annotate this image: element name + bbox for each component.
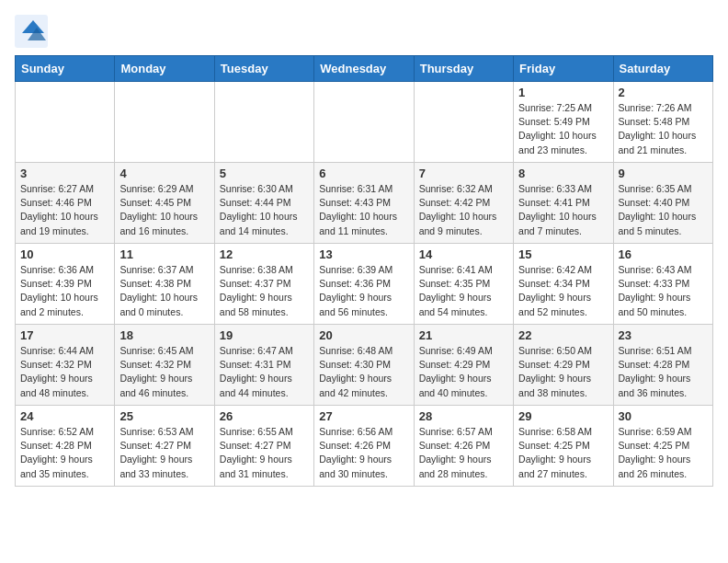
day-number: 6 [319,167,408,180]
day-number: 3 [20,167,109,180]
day-number: 26 [220,409,309,423]
day-info: Sunrise: 6:39 AM Sunset: 4:36 PM Dayligh… [319,263,408,319]
day-number: 15 [518,247,608,261]
calendar-cell: 5Sunrise: 6:30 AM Sunset: 4:44 PM Daylig… [214,163,313,244]
day-info: Sunrise: 6:50 AM Sunset: 4:29 PM Dayligh… [518,344,608,400]
calendar-cell: 15Sunrise: 6:42 AM Sunset: 4:34 PM Dayli… [514,244,613,325]
calendar-cell [115,82,214,163]
day-number: 28 [419,409,508,423]
calendar-cell: 10Sunrise: 6:36 AM Sunset: 4:39 PM Dayli… [16,244,115,325]
calendar-cell: 26Sunrise: 6:55 AM Sunset: 4:27 PM Dayli… [214,406,313,487]
day-number: 7 [419,167,508,180]
day-info: Sunrise: 6:27 AM Sunset: 4:46 PM Dayligh… [20,182,109,238]
calendar-cell: 11Sunrise: 6:37 AM Sunset: 4:38 PM Dayli… [115,244,214,325]
day-info: Sunrise: 6:55 AM Sunset: 4:27 PM Dayligh… [220,425,309,481]
calendar-week-row: 10Sunrise: 6:36 AM Sunset: 4:39 PM Dayli… [16,244,713,325]
day-number: 4 [119,167,209,180]
day-number: 30 [619,409,708,423]
calendar-cell: 3Sunrise: 6:27 AM Sunset: 4:46 PM Daylig… [16,163,115,244]
day-info: Sunrise: 6:41 AM Sunset: 4:35 PM Dayligh… [419,263,508,319]
calendar-week-row: 24Sunrise: 6:52 AM Sunset: 4:28 PM Dayli… [16,406,713,487]
col-header-wednesday: Wednesday [314,56,414,82]
calendar-week-row: 3Sunrise: 6:27 AM Sunset: 4:46 PM Daylig… [16,163,713,244]
day-number: 11 [119,247,209,261]
calendar-cell: 20Sunrise: 6:48 AM Sunset: 4:30 PM Dayli… [314,325,414,406]
calendar-cell: 23Sunrise: 6:51 AM Sunset: 4:28 PM Dayli… [613,325,712,406]
calendar-cell: 28Sunrise: 6:57 AM Sunset: 4:26 PM Dayli… [414,406,513,487]
day-info: Sunrise: 6:30 AM Sunset: 4:44 PM Dayligh… [220,182,309,238]
day-number: 13 [319,247,408,261]
day-number: 20 [319,328,408,342]
calendar-cell: 2Sunrise: 7:26 AM Sunset: 5:48 PM Daylig… [613,82,712,163]
day-number: 29 [518,409,608,423]
calendar-cell [214,82,313,163]
day-info: Sunrise: 6:53 AM Sunset: 4:27 PM Dayligh… [119,425,209,481]
day-info: Sunrise: 6:48 AM Sunset: 4:30 PM Dayligh… [319,344,408,400]
day-info: Sunrise: 6:31 AM Sunset: 4:43 PM Dayligh… [319,182,408,238]
day-info: Sunrise: 6:32 AM Sunset: 4:42 PM Dayligh… [419,182,508,238]
calendar-cell: 1Sunrise: 7:25 AM Sunset: 5:49 PM Daylig… [514,82,613,163]
day-info: Sunrise: 6:38 AM Sunset: 4:37 PM Dayligh… [220,263,309,319]
day-info: Sunrise: 6:45 AM Sunset: 4:32 PM Dayligh… [119,344,209,400]
calendar-header-row: SundayMondayTuesdayWednesdayThursdayFrid… [16,56,713,82]
col-header-tuesday: Tuesday [214,56,313,82]
day-number: 19 [220,328,309,342]
calendar-cell [16,82,115,163]
calendar-cell: 19Sunrise: 6:47 AM Sunset: 4:31 PM Dayli… [214,325,313,406]
col-header-sunday: Sunday [16,56,115,82]
page-header [15,15,713,48]
day-info: Sunrise: 6:51 AM Sunset: 4:28 PM Dayligh… [619,344,708,400]
calendar-cell: 13Sunrise: 6:39 AM Sunset: 4:36 PM Dayli… [314,244,414,325]
day-number: 9 [619,167,708,180]
day-number: 18 [119,328,209,342]
day-info: Sunrise: 6:42 AM Sunset: 4:34 PM Dayligh… [518,263,608,319]
calendar-cell: 30Sunrise: 6:59 AM Sunset: 4:25 PM Dayli… [613,406,712,487]
calendar-week-row: 1Sunrise: 7:25 AM Sunset: 5:49 PM Daylig… [16,82,713,163]
calendar-cell: 16Sunrise: 6:43 AM Sunset: 4:33 PM Dayli… [613,244,712,325]
day-info: Sunrise: 6:58 AM Sunset: 4:25 PM Dayligh… [518,425,608,481]
day-number: 12 [220,247,309,261]
day-info: Sunrise: 6:47 AM Sunset: 4:31 PM Dayligh… [220,344,309,400]
day-number: 10 [20,247,109,261]
day-number: 17 [20,328,109,342]
col-header-friday: Friday [514,56,613,82]
day-number: 24 [20,409,109,423]
calendar-cell: 14Sunrise: 6:41 AM Sunset: 4:35 PM Dayli… [414,244,513,325]
calendar-cell: 4Sunrise: 6:29 AM Sunset: 4:45 PM Daylig… [115,163,214,244]
day-number: 16 [619,247,708,261]
calendar-week-row: 17Sunrise: 6:44 AM Sunset: 4:32 PM Dayli… [16,325,713,406]
col-header-saturday: Saturday [613,56,712,82]
calendar-cell: 9Sunrise: 6:35 AM Sunset: 4:40 PM Daylig… [613,163,712,244]
day-number: 14 [419,247,508,261]
calendar-cell: 8Sunrise: 6:33 AM Sunset: 4:41 PM Daylig… [514,163,613,244]
day-info: Sunrise: 7:26 AM Sunset: 5:48 PM Dayligh… [619,101,708,157]
calendar-cell [314,82,414,163]
day-number: 23 [619,328,708,342]
calendar-cell [414,82,513,163]
calendar-cell: 29Sunrise: 6:58 AM Sunset: 4:25 PM Dayli… [514,406,613,487]
day-number: 8 [518,167,608,180]
day-number: 1 [518,86,608,99]
calendar-cell: 22Sunrise: 6:50 AM Sunset: 4:29 PM Dayli… [514,325,613,406]
calendar-cell: 21Sunrise: 6:49 AM Sunset: 4:29 PM Dayli… [414,325,513,406]
day-info: Sunrise: 6:59 AM Sunset: 4:25 PM Dayligh… [619,425,708,481]
calendar-cell: 24Sunrise: 6:52 AM Sunset: 4:28 PM Dayli… [16,406,115,487]
day-number: 22 [518,328,608,342]
day-number: 21 [419,328,508,342]
day-info: Sunrise: 6:29 AM Sunset: 4:45 PM Dayligh… [119,182,209,238]
day-info: Sunrise: 6:37 AM Sunset: 4:38 PM Dayligh… [119,263,209,319]
day-info: Sunrise: 6:33 AM Sunset: 4:41 PM Dayligh… [518,182,608,238]
day-info: Sunrise: 6:43 AM Sunset: 4:33 PM Dayligh… [619,263,708,319]
calendar-cell: 12Sunrise: 6:38 AM Sunset: 4:37 PM Dayli… [214,244,313,325]
calendar-cell: 25Sunrise: 6:53 AM Sunset: 4:27 PM Dayli… [115,406,214,487]
day-info: Sunrise: 6:52 AM Sunset: 4:28 PM Dayligh… [20,425,109,481]
day-info: Sunrise: 7:25 AM Sunset: 5:49 PM Dayligh… [518,101,608,157]
col-header-monday: Monday [115,56,214,82]
calendar-cell: 27Sunrise: 6:56 AM Sunset: 4:26 PM Dayli… [314,406,414,487]
day-info: Sunrise: 6:36 AM Sunset: 4:39 PM Dayligh… [20,263,109,319]
day-number: 27 [319,409,408,423]
calendar-cell: 17Sunrise: 6:44 AM Sunset: 4:32 PM Dayli… [16,325,115,406]
day-info: Sunrise: 6:49 AM Sunset: 4:29 PM Dayligh… [419,344,508,400]
day-info: Sunrise: 6:35 AM Sunset: 4:40 PM Dayligh… [619,182,708,238]
calendar-table: SundayMondayTuesdayWednesdayThursdayFrid… [15,55,713,487]
